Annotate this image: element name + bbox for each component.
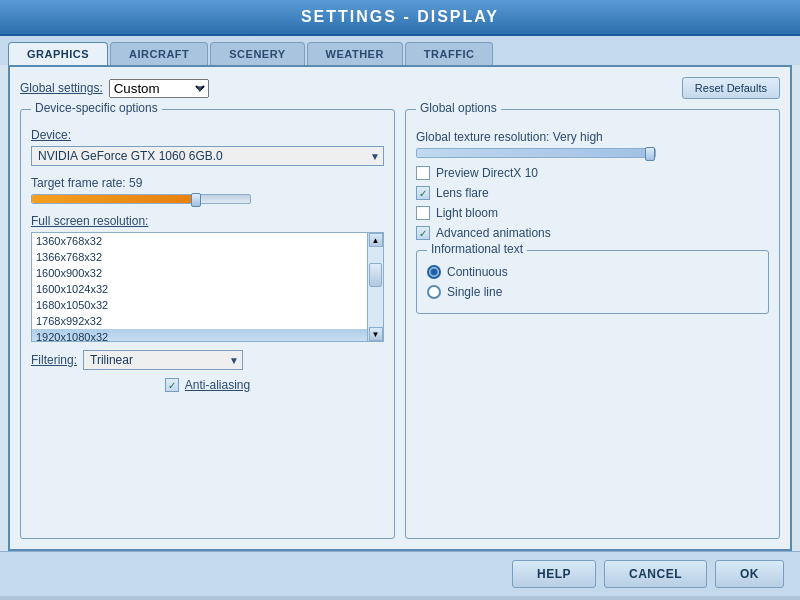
title-bar: SETTINGS - DISPLAY xyxy=(0,0,800,36)
tab-scenery[interactable]: SCENERY xyxy=(210,42,304,65)
resolution-scrollbar[interactable]: ▲ ▼ xyxy=(367,233,383,341)
resolution-list[interactable]: 1360x768x32 1366x768x32 1600x900x32 1600… xyxy=(31,232,384,342)
filtering-row: Filtering: Trilinear Bilinear Anisotropi… xyxy=(31,350,384,370)
device-select[interactable]: NVIDIA GeForce GTX 1060 6GB.0 xyxy=(31,146,384,166)
info-group-title: Informational text xyxy=(427,242,527,256)
cancel-button[interactable]: CANCEL xyxy=(604,560,707,588)
resolution-item-0[interactable]: 1360x768x32 xyxy=(32,233,367,249)
filtering-label: Filtering: xyxy=(31,353,77,367)
texture-label: Global texture resolution: Very high xyxy=(416,130,769,144)
bottom-bar: HELP CANCEL OK xyxy=(0,551,800,596)
tab-graphics[interactable]: GRAPHICS xyxy=(8,42,108,65)
light-bloom-label: Light bloom xyxy=(436,206,498,220)
device-select-wrapper: NVIDIA GeForce GTX 1060 6GB.0 xyxy=(31,146,384,166)
preview-directx-checkbox[interactable] xyxy=(416,166,430,180)
texture-thumb[interactable] xyxy=(645,147,655,161)
global-settings-label: Global settings: xyxy=(20,81,103,95)
checkbox-light-bloom: Light bloom xyxy=(416,206,769,220)
resolution-item-4[interactable]: 1680x1050x32 xyxy=(32,297,367,313)
radio-continuous-row: Continuous xyxy=(427,265,758,279)
left-col: Device-specific options Device: NVIDIA G… xyxy=(20,109,395,539)
tabs-row: GRAPHICS AIRCRAFT SCENERY WEATHER TRAFFI… xyxy=(0,36,800,65)
global-settings-select[interactable]: Custom Low Medium High Very High Ultra xyxy=(109,79,209,98)
radio-continuous[interactable] xyxy=(427,265,441,279)
radio-continuous-label: Continuous xyxy=(447,265,508,279)
radio-singleline-row: Single line xyxy=(427,285,758,299)
anti-alias-row: ✓ Anti-aliasing xyxy=(31,378,384,392)
resolution-item-3[interactable]: 1600x1024x32 xyxy=(32,281,367,297)
resolution-list-inner: 1360x768x32 1366x768x32 1600x900x32 1600… xyxy=(32,233,367,341)
scroll-down-button[interactable]: ▼ xyxy=(369,327,383,341)
anti-alias-label: Anti-aliasing xyxy=(185,378,250,392)
columns: Device-specific options Device: NVIDIA G… xyxy=(20,109,780,539)
panel-area: Global settings: Custom Low Medium High … xyxy=(8,65,792,551)
help-button[interactable]: HELP xyxy=(512,560,596,588)
global-options-group: Global options Global texture resolution… xyxy=(405,109,780,539)
radio-single-line-label: Single line xyxy=(447,285,502,299)
filtering-select[interactable]: Trilinear Bilinear Anisotropic 2x Anisot… xyxy=(83,350,243,370)
device-label: Device: xyxy=(31,128,384,142)
checkbox-lens-flare: ✓ Lens flare xyxy=(416,186,769,200)
filtering-select-wrapper: Trilinear Bilinear Anisotropic 2x Anisot… xyxy=(83,350,243,370)
target-framerate-track[interactable] xyxy=(31,194,251,204)
target-framerate-fill xyxy=(32,195,196,203)
anti-alias-checkbox[interactable]: ✓ xyxy=(165,378,179,392)
device-options-title: Device-specific options xyxy=(31,101,162,115)
tab-traffic[interactable]: TRAFFIC xyxy=(405,42,494,65)
radio-single-line[interactable] xyxy=(427,285,441,299)
device-options-group: Device-specific options Device: NVIDIA G… xyxy=(20,109,395,539)
scroll-thumb[interactable] xyxy=(369,263,382,287)
right-col: Global options Global texture resolution… xyxy=(405,109,780,539)
resolution-section: Full screen resolution: 1360x768x32 1366… xyxy=(31,214,384,342)
tab-weather[interactable]: WEATHER xyxy=(307,42,403,65)
resolution-item-2[interactable]: 1600x900x32 xyxy=(32,265,367,281)
tab-aircraft[interactable]: AIRCRAFT xyxy=(110,42,208,65)
device-section: Device: NVIDIA GeForce GTX 1060 6GB.0 xyxy=(31,128,384,166)
target-framerate-row: Target frame rate: 59 xyxy=(31,176,384,204)
texture-fill xyxy=(417,149,655,157)
texture-row: Global texture resolution: Very high xyxy=(416,130,769,158)
checkbox-preview-directx: Preview DirectX 10 xyxy=(416,166,769,180)
lens-flare-label: Lens flare xyxy=(436,186,489,200)
scroll-up-button[interactable]: ▲ xyxy=(369,233,383,247)
resolution-item-5[interactable]: 1768x992x32 xyxy=(32,313,367,329)
informational-text-group: Informational text Continuous Single lin… xyxy=(416,250,769,314)
reset-defaults-button[interactable]: Reset Defaults xyxy=(682,77,780,99)
ok-button[interactable]: OK xyxy=(715,560,784,588)
light-bloom-checkbox[interactable] xyxy=(416,206,430,220)
scroll-track xyxy=(368,247,383,327)
texture-slider-track[interactable] xyxy=(416,148,656,158)
resolution-label: Full screen resolution: xyxy=(31,214,384,228)
advanced-animations-checkbox[interactable]: ✓ xyxy=(416,226,430,240)
resolution-item-1[interactable]: 1366x768x32 xyxy=(32,249,367,265)
lens-flare-checkbox[interactable]: ✓ xyxy=(416,186,430,200)
target-framerate-thumb[interactable] xyxy=(191,193,201,207)
preview-directx-label: Preview DirectX 10 xyxy=(436,166,538,180)
main-content: GRAPHICS AIRCRAFT SCENERY WEATHER TRAFFI… xyxy=(0,36,800,596)
global-options-title: Global options xyxy=(416,101,501,115)
resolution-item-6[interactable]: 1920x1080x32 xyxy=(32,329,367,341)
checkbox-advanced-animations: ✓ Advanced animations xyxy=(416,226,769,240)
title-text: SETTINGS - DISPLAY xyxy=(301,8,499,25)
global-settings-left: Global settings: Custom Low Medium High … xyxy=(20,79,209,98)
global-settings-select-wrapper: Custom Low Medium High Very High Ultra xyxy=(109,79,209,98)
global-settings-row: Global settings: Custom Low Medium High … xyxy=(20,77,780,99)
advanced-animations-label: Advanced animations xyxy=(436,226,551,240)
target-framerate-label: Target frame rate: 59 xyxy=(31,176,384,190)
